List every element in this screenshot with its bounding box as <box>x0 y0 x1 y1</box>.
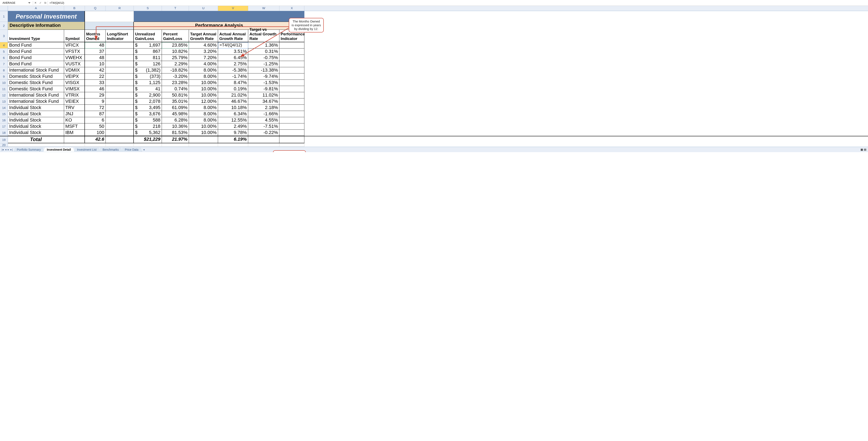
cell-X16[interactable] <box>279 117 304 123</box>
row-header-18[interactable]: 18 <box>0 130 8 136</box>
cell-T9[interactable]: -3.20% <box>162 74 189 80</box>
header-W[interactable]: Target vs Actual Growth Rate <box>248 30 279 42</box>
cell-S10[interactable]: $1,125 <box>134 80 162 86</box>
cell-S5[interactable]: $867 <box>134 49 162 55</box>
total-cell-V[interactable]: 6.19% <box>218 136 248 143</box>
cell-X8[interactable] <box>279 67 304 74</box>
cell-R20[interactable] <box>106 143 134 147</box>
cell-T17[interactable]: 10.36% <box>162 123 189 130</box>
cell-B17[interactable]: MSFT <box>64 123 85 130</box>
cell-X7[interactable] <box>279 61 304 67</box>
cell-U13[interactable]: 12.00% <box>189 98 218 105</box>
cell-R10[interactable] <box>106 80 134 86</box>
cell-Q20[interactable] <box>85 143 106 147</box>
cell-B12[interactable]: VTRIX <box>64 92 85 98</box>
cell-A13[interactable]: International Stock Fund <box>8 98 64 105</box>
cell-U17[interactable]: 10.00% <box>189 123 218 130</box>
cell-U9[interactable]: 8.00% <box>189 74 218 80</box>
enter-icon[interactable]: ✓ <box>38 1 42 5</box>
cell-U4[interactable]: 4.60% <box>189 42 218 49</box>
cell-S12[interactable]: $2,900 <box>134 92 162 98</box>
cell-A17[interactable]: Individual Stock <box>8 123 64 130</box>
view-page-icon[interactable]: ▤ <box>864 148 866 151</box>
cell-B16[interactable]: KO <box>64 117 85 123</box>
cell-T14[interactable]: 61.09% <box>162 105 189 111</box>
cell-V11[interactable]: 0.19% <box>218 86 248 92</box>
cell-A6[interactable]: Bond Fund <box>8 55 64 61</box>
cell-Q18[interactable]: 100 <box>85 130 106 136</box>
cell-B20[interactable] <box>64 143 85 147</box>
cell-W7[interactable]: -1.25% <box>248 61 279 67</box>
cell-Q6[interactable]: 48 <box>85 55 106 61</box>
cell-W4[interactable]: 1.36% <box>248 42 279 49</box>
cell-W10[interactable]: -1.53% <box>248 80 279 86</box>
cell-Q10[interactable]: 33 <box>85 80 106 86</box>
cell-V15[interactable]: 6.34% <box>218 111 248 117</box>
total-cell-B[interactable] <box>64 136 85 143</box>
cell-Q17[interactable]: 50 <box>85 123 106 130</box>
cell-V6[interactable]: 6.45% <box>218 55 248 61</box>
tab-nav-prev-icon[interactable]: ◂ <box>5 148 6 151</box>
cell-X6[interactable] <box>279 55 304 61</box>
cell-T18[interactable]: 81.53% <box>162 130 189 136</box>
cell-R8[interactable] <box>106 67 134 74</box>
row-header-7[interactable]: 7 <box>0 61 8 67</box>
row-header-15[interactable]: 15 <box>0 111 8 117</box>
cell-S4[interactable]: $1,697 <box>134 42 162 49</box>
cell-W15[interactable]: -1.66% <box>248 111 279 117</box>
column-header-B[interactable]: B <box>64 6 85 11</box>
cell-W14[interactable]: 2.18% <box>248 105 279 111</box>
column-header-X[interactable]: X <box>279 6 304 11</box>
cell-R9[interactable] <box>106 74 134 80</box>
cell-Q7[interactable]: 10 <box>85 61 106 67</box>
cell-T20[interactable] <box>162 143 189 147</box>
cell-T12[interactable]: 50.81% <box>162 92 189 98</box>
cell-A10[interactable]: Domestic Stock Fund <box>8 80 64 86</box>
tab-nav-first-icon[interactable]: |◂ <box>2 148 4 151</box>
cell-S14[interactable]: $3,495 <box>134 105 162 111</box>
cell-A8[interactable]: International Stock Fund <box>8 67 64 74</box>
total-cell-X[interactable] <box>279 136 304 143</box>
cell-V8[interactable]: -5.38% <box>218 67 248 74</box>
cell-V14[interactable]: 10.18% <box>218 105 248 111</box>
sheet-tab-portfolio-summary[interactable]: Portfolio Summary <box>13 148 44 152</box>
cell-R13[interactable] <box>106 98 134 105</box>
cell-S9[interactable]: $(373) <box>134 74 162 80</box>
cell-W8[interactable]: -13.38% <box>248 67 279 74</box>
cell-W12[interactable]: 11.02% <box>248 92 279 98</box>
cell-S20[interactable] <box>134 143 162 147</box>
cell-X17[interactable] <box>279 123 304 130</box>
row-header-16[interactable]: 16 <box>0 117 8 123</box>
row-header-19[interactable]: 19 <box>0 136 8 143</box>
cell-W13[interactable]: 34.67% <box>248 98 279 105</box>
column-header-U[interactable]: U <box>189 6 218 11</box>
cell[interactable] <box>134 11 304 22</box>
cell-R11[interactable] <box>106 86 134 92</box>
cell-A12[interactable]: International Stock Fund <box>8 92 64 98</box>
cell-W18[interactable]: -0.22% <box>248 130 279 136</box>
cell-S11[interactable]: $41 <box>134 86 162 92</box>
column-header-W[interactable]: W <box>248 6 279 11</box>
cell-V20[interactable] <box>218 143 248 147</box>
cell-U12[interactable]: 10.00% <box>189 92 218 98</box>
cell-X4[interactable] <box>279 42 304 49</box>
cell-A14[interactable]: Individual Stock <box>8 105 64 111</box>
cell-T11[interactable]: 0.74% <box>162 86 189 92</box>
cell-U8[interactable]: 8.00% <box>189 67 218 74</box>
cell-W20[interactable] <box>248 143 279 147</box>
row-header-13[interactable]: 13 <box>0 98 8 105</box>
cell-R4[interactable] <box>106 42 134 49</box>
row-header-3[interactable]: 3 <box>0 30 8 42</box>
sheet-tab-investment-list[interactable]: Investment List <box>74 148 100 152</box>
cell-R6[interactable] <box>106 55 134 61</box>
cell-Q4[interactable]: 48 <box>85 42 106 49</box>
row-header-17[interactable]: 17 <box>0 123 8 130</box>
cell-Q13[interactable]: 9 <box>85 98 106 105</box>
cancel-icon[interactable]: ✕ <box>33 1 37 5</box>
column-header-S[interactable]: S <box>134 6 162 11</box>
cell-V10[interactable]: 8.47% <box>218 80 248 86</box>
cell-X14[interactable] <box>279 105 304 111</box>
row-header-14[interactable]: 14 <box>0 105 8 111</box>
cell-Q15[interactable]: 87 <box>85 111 106 117</box>
header-T[interactable]: Percent Gain/Loss <box>162 30 189 42</box>
